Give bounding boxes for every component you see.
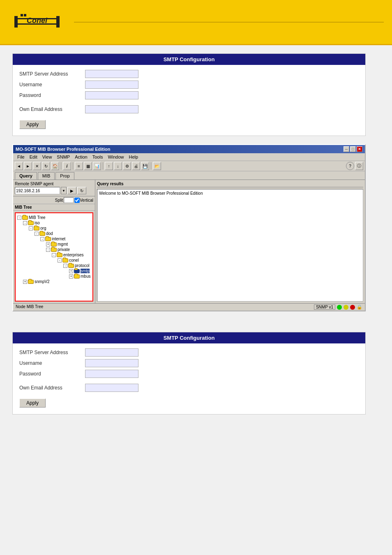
- snmp-version-badge: SNMP v1: [314, 304, 335, 310]
- toolbar-home-btn[interactable]: 🏠: [51, 162, 59, 170]
- expand-internet[interactable]: -: [40, 237, 44, 241]
- mib-titlebar-buttons: ─ □ ✕: [344, 146, 362, 152]
- expand-snmpv2[interactable]: ×: [23, 280, 27, 284]
- smtp-username-label-1: Username: [19, 82, 85, 88]
- toolbar-back-btn[interactable]: ◄: [15, 162, 23, 170]
- menu-file[interactable]: File: [15, 154, 27, 160]
- close-button[interactable]: ✕: [357, 146, 362, 152]
- toolbar-help-btn[interactable]: ?: [346, 162, 354, 170]
- tree-private[interactable]: - private: [46, 247, 91, 252]
- menu-help[interactable]: Help: [127, 154, 141, 160]
- toolbar-stop-btn[interactable]: ✕: [33, 162, 41, 170]
- toolbar-refresh-btn[interactable]: ↻: [42, 162, 50, 170]
- toolbar-col-btn[interactable]: ▦: [84, 162, 92, 170]
- tree-org[interactable]: - org: [29, 226, 91, 231]
- smtp-email-row-2: Own Email Address: [19, 384, 359, 392]
- menu-window[interactable]: Window: [105, 154, 126, 160]
- expand-smtp[interactable]: +: [69, 269, 73, 273]
- tree-label-protocol: protocol: [75, 263, 90, 268]
- smtp-email-input-1[interactable]: [85, 105, 138, 113]
- smtp-password-row-2: Password: [19, 370, 359, 378]
- smtp-email-row-1: Own Email Address: [19, 105, 359, 113]
- tree-conel[interactable]: - conel: [58, 258, 91, 263]
- tree-mgmt[interactable]: + mgmt: [46, 242, 91, 247]
- expand-private[interactable]: -: [46, 248, 50, 252]
- mib-query-results-area[interactable]: Welcome to MO-SOFT MIB Browser Professio…: [97, 189, 363, 302]
- smtp-server-input-2[interactable]: [85, 348, 138, 357]
- tree-snmpv2[interactable]: × snmpV2: [17, 279, 91, 284]
- expand-conel[interactable]: -: [58, 258, 62, 263]
- toolbar-download-btn[interactable]: ↓: [114, 162, 122, 170]
- toolbar-open-btn[interactable]: 📂: [153, 162, 161, 170]
- smtp-username-label-2: Username: [19, 360, 85, 366]
- menu-action[interactable]: Action: [72, 154, 90, 160]
- tree-iso[interactable]: - iso: [23, 220, 91, 226]
- toolbar-info-btn[interactable]: i: [63, 162, 71, 170]
- expand-mbus[interactable]: +: [69, 274, 73, 279]
- menu-view[interactable]: View: [40, 154, 55, 160]
- smtp-password-input-1[interactable]: [85, 91, 138, 99]
- mib-tree-area[interactable]: - MIB Tree - iso -: [15, 212, 93, 302]
- tree-enterprises-group: - enterprises -: [46, 252, 91, 279]
- expand-iso[interactable]: -: [23, 221, 27, 225]
- mib-agent-dropdown[interactable]: ▼: [61, 187, 67, 194]
- vertical-checkbox[interactable]: [74, 198, 80, 203]
- toolbar-list-btn[interactable]: ≡: [75, 162, 83, 170]
- toolbar-save-btn[interactable]: 💾: [141, 162, 149, 170]
- menu-tools[interactable]: Tools: [90, 154, 106, 160]
- minimize-button[interactable]: ─: [344, 146, 349, 152]
- toolbar-about-btn[interactable]: ⓘ: [355, 162, 363, 170]
- mib-agent-connect-btn[interactable]: ▶: [67, 187, 76, 194]
- menu-snmp[interactable]: SNMP: [54, 154, 72, 160]
- status-circle-red: [350, 305, 355, 310]
- expand-mgmt[interactable]: +: [46, 242, 50, 246]
- tree-enterprises[interactable]: - enterprises: [52, 252, 91, 258]
- smtp-password-input-2[interactable]: [85, 370, 138, 378]
- mib-status-text: Node MIB Tree: [16, 304, 43, 310]
- smtp-server-row-2: SMTP Server Address: [19, 348, 359, 357]
- toolbar-sep-3: [103, 162, 103, 170]
- lock-icon: 🔒: [357, 304, 362, 310]
- folder-protocol: [68, 264, 74, 268]
- svg-rect-3: [14, 16, 18, 28]
- tab-mib[interactable]: MIB: [38, 172, 55, 180]
- svg-rect-5: [21, 14, 23, 16]
- vertical-label: Vertical: [80, 198, 93, 203]
- tree-mib-tree[interactable]: - MIB Tree: [17, 215, 91, 220]
- tab-query[interactable]: Query: [15, 172, 37, 180]
- expand-dod[interactable]: -: [35, 232, 39, 236]
- tree-label-enterprises: enterprises: [63, 253, 83, 257]
- smtp-username-input-1[interactable]: [85, 81, 138, 89]
- tree-dod[interactable]: - dod: [35, 231, 91, 236]
- smtp-email-input-2[interactable]: [85, 384, 138, 392]
- smtp-username-input-2[interactable]: [85, 359, 138, 367]
- split-value-input[interactable]: [64, 197, 74, 203]
- apply-button-2[interactable]: Apply: [19, 398, 46, 408]
- tree-mbus[interactable]: + mbus: [69, 274, 91, 279]
- tree-protocol[interactable]: - protocol: [63, 263, 91, 268]
- maximize-button[interactable]: □: [350, 146, 356, 152]
- expand-enterprises[interactable]: -: [52, 253, 56, 257]
- expand-org[interactable]: -: [29, 226, 33, 230]
- tree-internet[interactable]: - internet: [40, 236, 91, 242]
- toolbar-print-btn[interactable]: 🖨: [132, 162, 140, 170]
- smtp-username-row-1: Username: [19, 81, 359, 89]
- toolbar-chart-btn[interactable]: 📊: [93, 162, 101, 170]
- expand-mib[interactable]: -: [17, 216, 21, 220]
- tab-prop[interactable]: Prop: [55, 172, 74, 180]
- toolbar-upload-btn[interactable]: ↑: [105, 162, 113, 170]
- folder-conel: [62, 258, 68, 263]
- smtp-server-input-1[interactable]: [85, 70, 138, 78]
- smtp-panel-1: SMTP Configuration SMTP Server Address U…: [12, 53, 366, 136]
- menu-edit[interactable]: Edit: [27, 154, 40, 160]
- mib-agent-refresh-btn[interactable]: ↻: [77, 187, 86, 194]
- mib-agent-ip-input[interactable]: [15, 187, 60, 194]
- tree-smtp[interactable]: + smtp: [69, 268, 91, 274]
- mib-status-right: SNMP v1 🔒: [314, 304, 362, 310]
- tree-label-iso: iso: [35, 221, 40, 225]
- mib-browser-window: MO-SOFT MIB Browser Professional Edition…: [12, 144, 366, 311]
- toolbar-fwd-btn[interactable]: ►: [24, 162, 32, 170]
- apply-button-1[interactable]: Apply: [19, 120, 46, 129]
- toolbar-settings-btn[interactable]: ⚙: [123, 162, 131, 170]
- expand-protocol[interactable]: -: [63, 264, 67, 268]
